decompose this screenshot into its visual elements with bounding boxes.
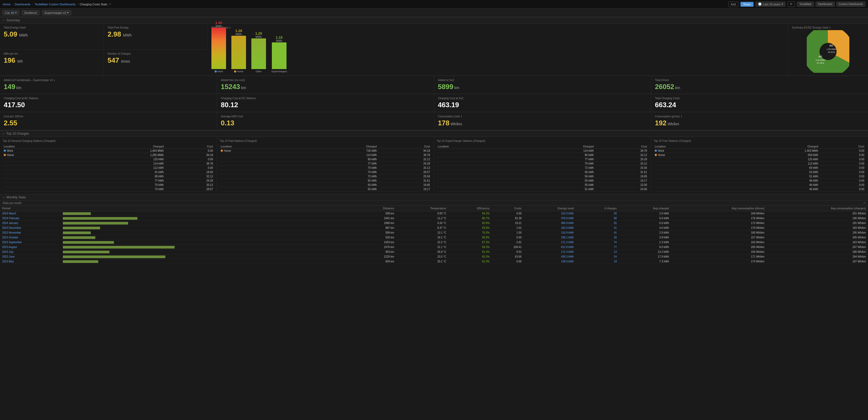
car-filter[interactable]: Car All ▾ bbox=[3, 10, 19, 15]
info-icon[interactable]: ℹ bbox=[229, 26, 230, 29]
location-dot bbox=[4, 154, 6, 156]
charging-cost-ac-card: Charging Cost at AC Stations 417.50 bbox=[0, 94, 217, 112]
bar-cell bbox=[62, 216, 357, 221]
charges-cell: 13 bbox=[576, 250, 619, 254]
period-header: Period bbox=[0, 206, 62, 211]
number-charges-card: Number of Charges 547 times bbox=[104, 50, 208, 76]
period-cell[interactable]: 2024 March bbox=[0, 211, 62, 216]
list-item: 55 kWh 19.17 bbox=[437, 179, 648, 183]
time-range-picker[interactable]: 🕐 Last 10 years ▾ bbox=[756, 2, 785, 7]
bar-other-value: 1.25 bbox=[255, 31, 262, 35]
charged-cell: 55 kWh bbox=[517, 179, 595, 183]
summary-section-header[interactable]: – Summary bbox=[0, 17, 868, 24]
location-cell bbox=[654, 174, 729, 179]
expand-icon[interactable]: ⤢ bbox=[863, 202, 865, 204]
list-item: 80 kWh 32.12 bbox=[220, 157, 431, 162]
ac-dc-info-icon[interactable]: ℹ bbox=[829, 26, 831, 29]
teslamate-link[interactable]: TeslaMate Custom Dashboards bbox=[35, 3, 75, 6]
avg-charged-header: Avg charged bbox=[619, 206, 671, 211]
cost-cell: 31.61 bbox=[378, 179, 431, 183]
distance-cell: 2476 km bbox=[357, 245, 397, 250]
energy-cell: 182.6 kWh bbox=[524, 226, 576, 230]
period-cell[interactable]: 2023 August bbox=[0, 245, 62, 250]
location-cell bbox=[437, 170, 517, 174]
energy-cell: 171.2 kWh bbox=[524, 240, 576, 245]
list-item: Home 1,285 MWh 94.18 bbox=[3, 153, 214, 157]
separator1: › bbox=[12, 3, 13, 6]
period-cell[interactable]: 2023 July bbox=[0, 250, 62, 254]
add-button[interactable]: Add bbox=[728, 2, 738, 7]
location-cell bbox=[3, 157, 77, 162]
location-cell bbox=[3, 166, 77, 170]
geofence-filter[interactable]: Geofence bbox=[22, 10, 39, 15]
cost-cell: 0.00 bbox=[819, 153, 865, 157]
avg-charges-cell: 195 Wh/km bbox=[767, 230, 868, 235]
location-cell bbox=[220, 174, 300, 179]
avg-charges-cell: 180 Wh/km bbox=[767, 250, 868, 254]
avg-drives-cell: 180 Wh/km bbox=[671, 230, 767, 235]
location-cell bbox=[3, 170, 77, 174]
custom-dashboards-button[interactable]: Custom Dashboards bbox=[836, 2, 865, 7]
period-cell[interactable]: 2024 January bbox=[0, 221, 62, 226]
period-cell[interactable]: 2023 November bbox=[0, 230, 62, 235]
home-link[interactable]: Home bbox=[3, 3, 10, 6]
info1[interactable]: ℹ bbox=[54, 79, 55, 82]
share-button[interactable]: Share bbox=[741, 2, 753, 7]
paid-cost-header: Cost bbox=[378, 144, 431, 149]
period-cell[interactable]: 2023 December bbox=[0, 226, 62, 230]
bar-cell bbox=[62, 226, 357, 230]
bar-work-unit: MWh bbox=[216, 25, 222, 28]
cost-cell: 0.00 bbox=[165, 166, 214, 170]
location-cell bbox=[220, 157, 300, 162]
dashboards-link[interactable]: Dashboards bbox=[14, 3, 30, 6]
cost-cell: 31.61 bbox=[595, 170, 648, 174]
refresh-button[interactable]: ⟳ bbox=[787, 1, 795, 7]
charging-cost-dc-label: Charging Cost at DC Stations bbox=[221, 97, 430, 100]
charged-cell: 75 kWh bbox=[77, 183, 165, 187]
kwh-per-km-card: kWh per km 196 Wh bbox=[0, 50, 104, 76]
charges-cell: 50 bbox=[576, 211, 619, 216]
list-item: 114 kWh 39.78 bbox=[437, 149, 648, 153]
table-row: 2024 March 508 km 9.83 °C 84.2% 0.00 102… bbox=[0, 211, 868, 216]
table-row: 2023 October 526 km 19.1 °C 90.6% 0.00 1… bbox=[0, 235, 868, 240]
period-cell[interactable]: 2023 September bbox=[0, 240, 62, 245]
teslamate-dash-button[interactable]: TeslaMate bbox=[797, 2, 814, 7]
location-cell bbox=[654, 166, 729, 170]
temp-header: Temperature bbox=[396, 206, 448, 211]
added-fuenlabrada-label: Added at Fuenlabrada – Supercharger v3 ℹ bbox=[4, 79, 213, 82]
distance-cell: 1890 km bbox=[357, 221, 397, 226]
summary-row2: Added at Fuenlabrada – Supercharger v3 ℹ… bbox=[0, 76, 868, 94]
location-cell bbox=[654, 162, 729, 166]
charger-type-filter[interactable]: Supercharger v3 ▾ bbox=[42, 10, 71, 15]
period-cell[interactable]: 2023 June bbox=[0, 254, 62, 259]
table-row: 2023 June 2220 km 23.5 °C 83.3% 63.66 43… bbox=[0, 254, 868, 259]
charged-cell: 55 kWh bbox=[517, 183, 595, 187]
info2[interactable]: ℹ bbox=[461, 115, 462, 118]
info3[interactable]: ℹ bbox=[681, 115, 682, 118]
charged-cell: 1,403 MWh bbox=[729, 149, 819, 153]
top10-section-header[interactable]: – Top 10 Charges bbox=[0, 131, 868, 137]
monthly-section-header[interactable]: – Monthly Stats bbox=[0, 194, 868, 200]
dashboards-button[interactable]: Dashboards bbox=[815, 2, 835, 7]
charged-cell: 72 kWh bbox=[517, 166, 595, 170]
period-cell[interactable]: 2024 February bbox=[0, 216, 62, 221]
location-cell bbox=[220, 162, 300, 166]
cost-cell: 0.00 bbox=[165, 149, 214, 153]
avg-drives-cell: 205 Wh/km bbox=[671, 245, 767, 250]
paid-loc-header: Location bbox=[220, 144, 300, 149]
top10-supercharger-panel: Top 10 SuperCharger Stations (Charged) L… bbox=[434, 137, 651, 194]
period-cell[interactable]: 2023 May bbox=[0, 259, 62, 264]
location-cell bbox=[437, 166, 517, 170]
top10-paid-table: Location Charged Cost Home 726 kWh 94.18… bbox=[220, 144, 431, 192]
period-cell[interactable]: 2023 October bbox=[0, 235, 62, 240]
cost-cell: 25.56 bbox=[378, 174, 431, 179]
list-item: 91 kWh 18.60 bbox=[3, 170, 214, 174]
favorite-icon[interactable]: ☆ bbox=[109, 2, 112, 6]
location-cell bbox=[3, 179, 77, 183]
cost-cell: 0.00 bbox=[819, 149, 865, 153]
location-dot bbox=[655, 154, 657, 156]
svg-text:67.09%: 67.09% bbox=[817, 62, 824, 64]
list-item: Work 1,403 MWh 0.00 bbox=[3, 149, 214, 153]
top10-grid: Top 10 General Charging Stations (Charge… bbox=[0, 137, 868, 194]
list-item: 77 kWh 29.28 bbox=[220, 162, 431, 166]
